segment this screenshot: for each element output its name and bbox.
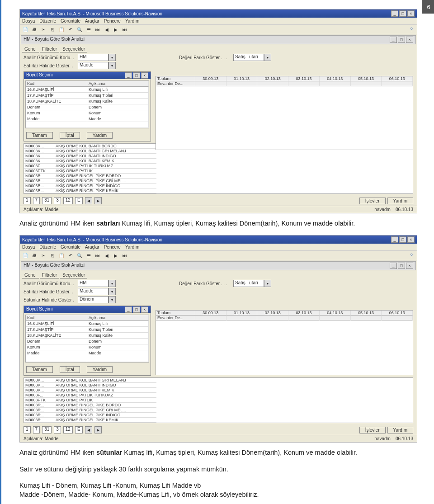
cell[interactable] (87, 356, 149, 362)
cell[interactable]: M0003K... (24, 378, 54, 383)
copy-icon[interactable]: ⎘ (49, 252, 56, 259)
close-icon[interactable]: × (141, 306, 148, 313)
cell[interactable]: 16.KUMAŞLİFİ (26, 321, 87, 327)
paste-icon[interactable]: 📋 (58, 26, 65, 33)
cell[interactable]: AKİŞ ÖRME PATLIK TURKUAZ (54, 393, 156, 398)
cell[interactable] (87, 122, 149, 128)
next-icon[interactable]: ▶ (94, 426, 102, 433)
close-icon[interactable]: × (406, 263, 413, 269)
pager-input[interactable]: 3 (54, 426, 61, 433)
minimize-icon[interactable]: _ (390, 263, 397, 269)
menu-item[interactable]: Araçlar (85, 19, 99, 24)
cell[interactable]: AKİŞ ÖRME RİNGEL PİKE İNDİGO (54, 184, 156, 188)
cell[interactable]: M0003K... (24, 144, 54, 149)
tab-filtreler[interactable]: Filtreler (40, 272, 59, 278)
prev-icon[interactable]: ◀ (85, 197, 92, 204)
cell[interactable]: Konum (87, 344, 149, 350)
cell[interactable]: AKİŞ ÖRME KOL BANTI GRİ MELANJ (54, 378, 156, 383)
cell[interactable]: 16.KUMAŞLİFİ (26, 87, 87, 93)
tab-secenekler[interactable]: Seçenekler (60, 46, 87, 52)
help-button[interactable]: Yardım (387, 427, 414, 433)
cell[interactable] (26, 122, 87, 128)
cell[interactable]: Madde (26, 116, 87, 122)
menu-item[interactable]: Dosya (22, 19, 35, 24)
cell[interactable]: 18.KUMAŞKALİTE (26, 333, 87, 339)
first-icon[interactable]: ⏮ (94, 252, 101, 259)
close-icon[interactable]: × (407, 236, 415, 243)
pager-input[interactable]: 31 (42, 426, 52, 433)
undo-icon[interactable]: ↶ (67, 26, 74, 33)
pager-input[interactable]: 12 (63, 197, 73, 204)
prev-icon[interactable]: ◀ (104, 252, 110, 259)
popup-grid[interactable]: Kod Açıklama 16.KUMAŞLİFİKumaş Lifi 17.K… (25, 315, 149, 363)
cell[interactable]: AKİŞ ÖRME RİNGEL PİKE BORDO (54, 403, 156, 408)
cell[interactable]: Kumaş Lifi (87, 321, 149, 327)
sutun-input[interactable]: Dönem (78, 296, 108, 303)
next-icon[interactable]: ▶ (94, 197, 102, 204)
maximize-icon[interactable]: □ (398, 37, 405, 43)
menu-item[interactable]: Araçlar (85, 245, 99, 250)
pager-input[interactable]: E (75, 197, 83, 204)
copy-icon[interactable]: ⎘ (49, 26, 56, 33)
menu-item[interactable]: Dosya (22, 245, 35, 250)
pager-input[interactable]: 12 (63, 426, 73, 433)
cell[interactable]: M0003R... (24, 413, 54, 418)
cell[interactable]: Kumaş Lifi (87, 87, 149, 93)
cell[interactable]: AKİŞ ÖRME KOL BANTI BORDO (54, 144, 156, 149)
satir-input[interactable]: Madde (78, 288, 108, 295)
menu-item[interactable]: Görüntüle (61, 19, 80, 24)
cell[interactable]: AKİŞ ÖRME RİNGEL PİKE BORDO (54, 174, 156, 179)
cell[interactable]: AKİŞ ÖRME RİNGEL PİKE İNDİGO (54, 413, 156, 418)
cell[interactable]: Kumaş Tipleri (87, 93, 149, 99)
menu-item[interactable]: Düzenle (39, 245, 56, 250)
first-icon[interactable]: ⏮ (94, 26, 101, 33)
ok-button[interactable]: Tamam (26, 366, 53, 373)
cell[interactable]: M0003K... (24, 149, 54, 154)
cell[interactable]: AKİŞ ÖRME KOL BANTI KEMİK (54, 388, 156, 393)
tab-genel[interactable]: Genel (22, 272, 39, 278)
dropdown-icon[interactable]: ▾ (108, 296, 116, 303)
cell[interactable]: Konum (26, 110, 87, 116)
help-icon[interactable]: ? (408, 252, 415, 259)
ok-button[interactable]: Tamam (26, 132, 53, 139)
cell[interactable]: M0003PTK (24, 169, 54, 174)
pager-input[interactable]: 3 (54, 197, 61, 204)
last-icon[interactable]: ⏭ (122, 26, 128, 33)
menu-item[interactable]: Düzenle (39, 19, 56, 24)
islevler-button[interactable]: İşlevler (359, 198, 386, 204)
cell[interactable]: M0003R... (24, 174, 54, 179)
cell[interactable]: Dönem (87, 339, 149, 344)
cell[interactable]: M0003R... (24, 408, 54, 413)
cell[interactable]: Kumaş Kalite (87, 333, 149, 339)
minimize-icon[interactable]: _ (391, 236, 398, 243)
minimize-icon[interactable]: _ (125, 306, 132, 313)
cell[interactable]: Dönem (26, 104, 87, 110)
cell[interactable]: AKİŞ ÖRME KOL BANTI İNDİGO (54, 383, 156, 388)
cell[interactable]: M0003P... (24, 164, 54, 169)
cell[interactable]: M0003R... (24, 418, 54, 423)
cell[interactable]: M0003R... (24, 184, 54, 188)
help-button[interactable]: Yardım (387, 198, 414, 204)
maximize-icon[interactable]: □ (399, 10, 406, 17)
analiz-input[interactable]: HM (78, 280, 108, 287)
help-button[interactable]: Yardım (87, 366, 113, 373)
popup-grid[interactable]: Kod Açıklama 16.KUMAŞLİFİKumaş Lifi 17.K… (25, 80, 149, 128)
maximize-icon[interactable]: □ (399, 236, 406, 243)
cell[interactable]: AKİŞ ÖRME PATLIK (54, 398, 156, 403)
print-icon[interactable]: 🖶 (31, 252, 38, 259)
degeri-input[interactable]: Satış Tutarı (233, 280, 264, 287)
cell[interactable]: M0003PTK (24, 398, 54, 403)
find-icon[interactable]: 🔍 (76, 26, 83, 33)
dropdown-icon[interactable]: ▾ (264, 54, 271, 61)
dropdown-icon[interactable]: ▾ (108, 280, 116, 287)
cell[interactable]: 18.KUMAŞKALİTE (26, 99, 87, 104)
cell[interactable]: Konum (26, 344, 87, 350)
tab-genel[interactable]: Genel (22, 46, 39, 52)
cell[interactable]: Kumaş Kalite (87, 99, 149, 104)
pager-input[interactable]: 1 (24, 197, 31, 204)
cell[interactable]: M0003K... (24, 388, 54, 393)
minimize-icon[interactable]: _ (391, 10, 398, 17)
cut-icon[interactable]: ✂ (40, 252, 47, 259)
close-icon[interactable]: × (141, 72, 148, 79)
islevler-button[interactable]: İşlevler (359, 427, 386, 433)
